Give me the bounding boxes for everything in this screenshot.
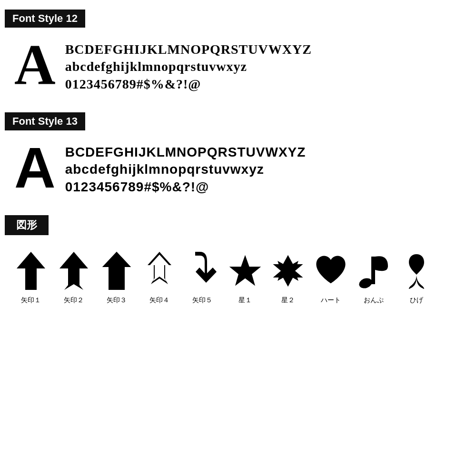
star2-icon	[271, 249, 305, 292]
arrow3-icon	[100, 249, 133, 292]
font-12-alphabet: BCDEFGHIJKLMNOPQRSTUVWXYZ abcdefghijklmn…	[65, 36, 312, 93]
shape-item-note: おんぷ	[352, 249, 395, 305]
font-13-line-1: BCDEFGHIJKLMNOPQRSTUVWXYZ	[65, 144, 306, 161]
arrow4-label: 矢印４	[149, 296, 169, 305]
curl-label: ひげ	[410, 296, 423, 305]
font-13-line-2: abcdefghijklmnopqrstuvwxyz	[65, 161, 306, 178]
font-12-line-2: abcdefghijklmnopqrstuvwxyz	[65, 58, 312, 75]
svg-rect-11	[371, 257, 375, 284]
shapes-badge: 図形	[5, 215, 471, 240]
shape-item-heart: ハート	[309, 249, 352, 305]
star1-icon	[228, 249, 262, 292]
font-12-big-letter: A	[14, 36, 56, 93]
star2-label: 星２	[281, 296, 295, 305]
shapes-row: 矢印１ 矢印２	[5, 240, 471, 309]
shape-item-arrow2: 矢印２	[52, 249, 95, 305]
arrow1-icon	[14, 249, 48, 292]
svg-marker-4	[102, 252, 131, 290]
shape-item-star1: 星１	[224, 249, 267, 305]
font-12-line-3: 0123456789#$%&?!@	[65, 76, 312, 93]
font-12-line-1: BCDEFGHIJKLMNOPQRSTUVWXYZ	[65, 41, 312, 58]
shape-item-arrow5: 矢印５	[181, 249, 224, 305]
shape-item-star2: 星２	[267, 249, 309, 305]
svg-marker-7	[229, 255, 261, 286]
svg-point-10	[357, 277, 373, 290]
heart-label: ハート	[321, 296, 341, 305]
page-wrapper: Font Style 12 A BCDEFGHIJKLMNOPQRSTUVWXY…	[0, 0, 476, 319]
font-style-13-badge: Font Style 13	[5, 112, 471, 139]
font-style-12-section: Font Style 12 A BCDEFGHIJKLMNOPQRSTUVWXY…	[5, 10, 471, 93]
font-style-12-badge: Font Style 12	[5, 10, 471, 36]
font-13-line-3: 0123456789#$%&?!@	[65, 178, 306, 196]
shape-item-curl: ひげ	[395, 249, 438, 305]
font-style-13-section: Font Style 13 A BCDEFGHIJKLMNOPQRSTUVWXY…	[5, 112, 471, 196]
curl-icon	[407, 249, 426, 292]
shape-item-arrow1: 矢印１	[10, 249, 52, 305]
svg-marker-0	[17, 252, 45, 290]
font-13-demo: A BCDEFGHIJKLMNOPQRSTUVWXYZ abcdefghijkl…	[5, 139, 471, 196]
arrow5-icon	[186, 249, 219, 292]
arrow2-label: 矢印２	[64, 296, 84, 305]
shape-item-arrow4: 矢印４	[138, 249, 181, 305]
star1-label: 星１	[238, 296, 252, 305]
shape-item-arrow3: 矢印３	[95, 249, 138, 305]
arrow4-icon	[143, 249, 176, 292]
font-13-big-letter: A	[14, 139, 56, 196]
heart-icon	[314, 249, 347, 292]
svg-marker-1	[60, 252, 88, 290]
arrow2-icon	[57, 249, 90, 292]
shapes-section: 図形 矢印１ 矢印２	[5, 215, 471, 309]
arrow5-label: 矢印５	[192, 296, 212, 305]
arrow3-label: 矢印３	[107, 296, 127, 305]
font-12-demo: A BCDEFGHIJKLMNOPQRSTUVWXYZ abcdefghijkl…	[5, 36, 471, 93]
font-13-alphabet: BCDEFGHIJKLMNOPQRSTUVWXYZ abcdefghijklmn…	[65, 139, 306, 196]
arrow1-label: 矢印１	[21, 296, 41, 305]
note-label: おんぷ	[364, 296, 384, 305]
note-icon	[357, 249, 390, 292]
